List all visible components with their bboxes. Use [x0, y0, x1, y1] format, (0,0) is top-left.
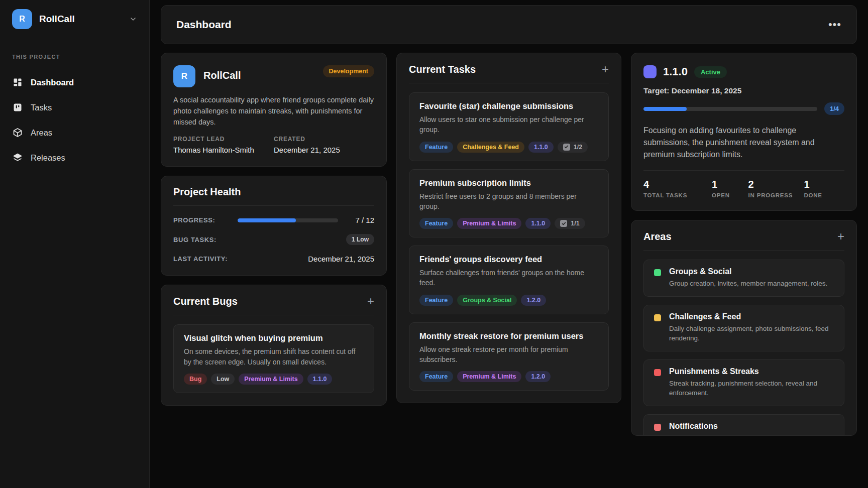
area-item-punishments-streaks[interactable]: Punishments & Streaks Streak tracking, p… [643, 359, 844, 406]
dashboard-grid: R RollCall Development A social accounta… [161, 53, 857, 436]
project-created-value: December 21, 2025 [274, 146, 374, 154]
release-target-date: Target: December 18, 2025 [643, 86, 844, 95]
task-item[interactable]: Favourite (star) challenge submissions A… [409, 92, 609, 161]
checklist-badge: 1/1 [555, 218, 585, 229]
area-color-dot [654, 269, 661, 276]
areas-list: Groups & Social Group creation, invites,… [631, 251, 856, 436]
task-item[interactable]: Premium subscription limits Restrict fre… [409, 169, 609, 238]
tag-area-challenges-feed: Challenges & Feed [457, 142, 524, 153]
add-task-button[interactable]: + [602, 63, 609, 75]
area-name: Notifications [669, 422, 834, 431]
areas-header: Areas + [631, 220, 856, 250]
area-description: Daily challenge assignment, photo submis… [669, 324, 834, 343]
progress-bar [238, 218, 338, 222]
column-middle: Current Tasks + Favourite (star) challen… [396, 53, 621, 403]
stat-label: IN PROGRESS [748, 192, 804, 198]
page-header: Dashboard ••• [161, 5, 857, 44]
release-progress-fill [643, 107, 687, 111]
stat-label: TOTAL TASKS [643, 192, 712, 198]
current-bugs-header: Current Bugs + [161, 285, 386, 315]
sidebar-item-releases[interactable]: Releases [0, 145, 149, 170]
project-health-title: Project Health [173, 186, 241, 198]
project-head: R RollCall Development [173, 65, 374, 87]
bugs-list: Visual glitch when buying premium On som… [161, 315, 386, 405]
checkbox-icon [560, 220, 567, 227]
dashboard-grid-icon [12, 77, 23, 88]
checklist-count: 1/2 [574, 144, 582, 151]
chevron-down-icon[interactable] [129, 15, 137, 23]
project-overview-card: R RollCall Development A social accounta… [161, 53, 387, 167]
bug-tasks-label: BUG TASKS: [173, 236, 238, 243]
area-name: Punishments & Streaks [669, 367, 834, 376]
area-description: Group creation, invites, member manageme… [669, 279, 827, 289]
tag-release-1-1-0: 1.1.0 [528, 142, 554, 153]
column-left: R RollCall Development A social accounta… [161, 53, 387, 406]
task-item[interactable]: Monthly streak restore for premium users… [409, 322, 609, 391]
area-item-groups-social[interactable]: Groups & Social Group creation, invites,… [643, 260, 844, 297]
sidebar-nav: Dashboard Tasks Areas Releases [0, 70, 149, 170]
stat-in-progress: 2 IN PROGRESS [748, 179, 804, 198]
task-tags: Feature Premium & Limits 1.1.0 1/1 [419, 218, 598, 229]
checklist-count: 1/1 [571, 220, 579, 227]
area-item-challenges-feed[interactable]: Challenges & Feed Daily challenge assign… [643, 305, 844, 351]
project-health-body: PROGRESS: 7 / 12 BUG TASKS: 1 Low LAST A… [161, 206, 386, 275]
sidebar-section-label: THIS PROJECT [0, 54, 149, 60]
progress-row: PROGRESS: 7 / 12 [173, 215, 374, 225]
bug-tasks-row: BUG TASKS: 1 Low [173, 234, 374, 245]
project-created-label: CREATED [274, 136, 374, 143]
stat-done: 1 DONE [804, 179, 844, 198]
bug-count-badge: 1 Low [346, 234, 374, 245]
project-logo: R [12, 9, 32, 29]
project-switcher[interactable]: R RollCall [0, 8, 149, 31]
release-progress-bar [643, 107, 817, 111]
project-avatar: R [173, 65, 195, 87]
add-bug-button[interactable]: + [367, 295, 374, 307]
area-content: Notifications Push notifications, remind… [669, 422, 834, 436]
add-area-button[interactable]: + [837, 230, 844, 242]
tag-release-1-1-0: 1.1.0 [525, 218, 551, 229]
project-health-card: Project Health PROGRESS: 7 / 12 BUG TAS [161, 176, 387, 276]
tag-area-premium-limits: Premium & Limits [457, 371, 521, 382]
status-badge-development: Development [323, 65, 375, 77]
area-description: Push notifications, reminders, streak wa… [669, 433, 834, 436]
bug-description: On some devices, the premium shift has c… [184, 346, 364, 367]
stat-total-tasks: 4 TOTAL TASKS [643, 179, 712, 198]
areas-title: Areas [643, 231, 672, 242]
release-header: 1.1.0 Active [643, 65, 844, 78]
more-options-icon[interactable]: ••• [828, 19, 841, 30]
release-description: Focusing on adding favourites to challen… [643, 125, 844, 161]
bug-item[interactable]: Visual glitch when buying premium On som… [173, 324, 374, 393]
tag-feature: Feature [419, 371, 453, 382]
page-title: Dashboard [176, 19, 232, 31]
main-content: Dashboard ••• R RollCall Development A s… [150, 0, 868, 488]
release-version: 1.1.0 [663, 65, 688, 78]
project-lead-label: PROJECT LEAD [173, 136, 274, 143]
area-name: Groups & Social [669, 267, 827, 276]
release-progress-row: 1/4 [643, 102, 844, 115]
task-description: Restrict free users to 2 groups and 8 me… [419, 191, 598, 212]
last-activity-label: LAST ACTIVITY: [173, 255, 238, 263]
project-health-header: Project Health [161, 176, 386, 205]
area-item-notifications[interactable]: Notifications Push notifications, remind… [643, 414, 844, 436]
tag-release-1-2-0: 1.2.0 [525, 371, 551, 382]
column-right: 1.1.0 Active Target: December 18, 2025 1… [631, 53, 857, 436]
bug-title: Visual glitch when buying premium [184, 333, 364, 343]
task-description: Allow users to star one submission per c… [419, 114, 598, 135]
task-tags: Feature Groups & Social 1.2.0 [419, 295, 598, 306]
task-item[interactable]: Friends' groups discovery feed Surface c… [409, 246, 609, 314]
sidebar-item-tasks[interactable]: Tasks [0, 95, 149, 120]
sidebar-item-dashboard[interactable]: Dashboard [0, 70, 149, 95]
area-color-dot [654, 369, 661, 376]
area-description: Streak tracking, punishment selection, r… [669, 379, 834, 398]
last-activity-row: LAST ACTIVITY: December 21, 2025 [173, 254, 374, 264]
sidebar-item-label: Releases [31, 153, 65, 163]
sidebar-item-label: Areas [31, 128, 52, 138]
task-title: Monthly streak restore for premium users [419, 331, 598, 341]
checklist-badge: 1/2 [558, 142, 588, 153]
sidebar-item-areas[interactable]: Areas [0, 120, 149, 145]
area-color-dot [654, 314, 661, 321]
current-tasks-header: Current Tasks + [397, 53, 621, 83]
stat-label: DONE [804, 192, 844, 198]
release-card: 1.1.0 Active Target: December 18, 2025 1… [631, 53, 857, 211]
project-created-block: CREATED December 21, 2025 [274, 136, 374, 154]
